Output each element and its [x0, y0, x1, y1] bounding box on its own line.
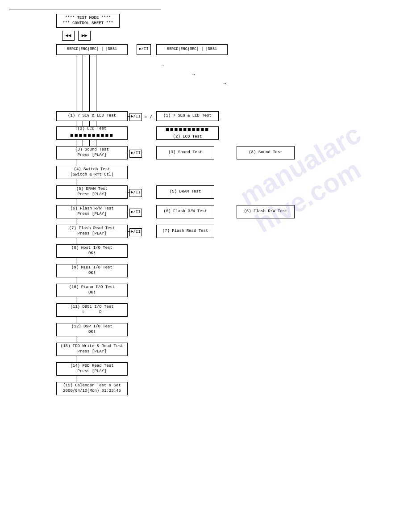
v-conn-3-4	[76, 159, 76, 166]
next-button[interactable]: ►►	[78, 31, 91, 41]
v-conn-12-13	[76, 336, 76, 343]
h-line-3	[128, 153, 130, 153]
v-line-left2	[83, 55, 83, 158]
test13-box: (13) FDD Write & Read Test Press [PLAY]	[56, 343, 128, 356]
v-conn-4-5	[76, 179, 76, 185]
test12-box: (12) DSP I/O Test OK!	[56, 323, 128, 336]
test1-box: (1) 7 SEG & LED Test	[56, 111, 128, 121]
test9-box: (9) MIDI I/O Test OK!	[56, 264, 128, 277]
nav-buttons: ◄◄ ►►	[62, 31, 91, 41]
test5-right-box: (5) DRAM Test	[156, 185, 214, 199]
test8-box: (8) Host I/O Test OK!	[56, 244, 128, 258]
test5-play[interactable]: ►/II	[129, 189, 142, 197]
test15-box: (15) Calendar Test & Set 2000/04/10(Mon)…	[56, 382, 128, 395]
v-conn-8-9	[76, 258, 76, 264]
test2-right-box: ■■■■■■■■■■ (2) LCD Test	[156, 126, 219, 140]
test6-third-box: (6) Flash R/W Test	[237, 205, 295, 218]
test7-right-box: (7) Flash Read Test	[156, 225, 214, 238]
v-conn-9-10	[76, 277, 76, 284]
test3-box: (3) Sound Test Press [PLAY]	[56, 146, 128, 159]
test5-arrow: ►/II	[129, 189, 142, 197]
watermark: manualarchive.com	[234, 118, 381, 239]
test5-box: (5) DRAM Test Press [PLAY]	[56, 185, 128, 199]
h-line-5	[128, 192, 130, 193]
test6-box: (6) Flash R/W Test Press [PLAY]	[56, 205, 128, 218]
prev-button[interactable]: ◄◄	[62, 31, 75, 41]
h-line-7	[128, 231, 130, 232]
test3-arrow: ►/II	[129, 150, 142, 158]
test10-box: (10) Piano I/O Test OK!	[56, 284, 128, 297]
page: **** TEST MODE **** *** CONTROL SHEET **…	[0, 0, 408, 532]
header-line2: *** CONTROL SHEET ***	[59, 21, 117, 26]
test3-third-box: (3) Sound Test	[237, 146, 295, 159]
v-line-left3	[89, 55, 90, 158]
h-line-1	[128, 116, 130, 117]
arrow-3: →	[223, 81, 226, 86]
v-conn-1-2	[76, 121, 76, 130]
h-line-6	[128, 212, 130, 212]
test6-arrow: ►/II	[129, 209, 142, 217]
test6-play[interactable]: ►/II	[129, 209, 142, 217]
diagram-area: **** TEST MODE **** *** CONTROL SHEET **…	[9, 14, 393, 483]
main-display-right: 55RCD|ENG|REC| | |DB51	[156, 44, 228, 55]
header-line1: **** TEST MODE ****	[59, 16, 117, 21]
main-display-left: 55RCD|ENG|REC| | |DB51	[56, 44, 128, 55]
test1-arrow: ►/II ○ /	[129, 113, 154, 121]
test7-box: (7) Flash Read Test Press [PLAY]	[56, 225, 128, 238]
v-conn-13-14	[76, 356, 76, 362]
test6-right-box: (6) Flash R/W Test	[156, 205, 214, 218]
test7-play[interactable]: ►/II	[129, 228, 142, 236]
v-line-left4	[96, 55, 96, 158]
v-conn-2-3	[76, 140, 76, 146]
top-line	[9, 9, 161, 9]
v-conn-5-6	[76, 199, 76, 205]
test3-play[interactable]: ►/II	[129, 150, 142, 158]
arrow-1: →	[161, 63, 164, 68]
test7-arrow: ►/II	[129, 228, 142, 236]
test4-box: (4) Switch Test (Switch & Rmt Ctl)	[56, 166, 128, 179]
v-conn-6-7	[76, 218, 76, 225]
v-conn-10-11	[76, 297, 76, 303]
test11-box: (11) DB51 I/O Test L R	[56, 303, 128, 317]
arrow-2: →	[192, 72, 195, 77]
test3-right-box: (3) Sound Test	[156, 146, 214, 159]
v-conn-14-15	[76, 376, 76, 382]
v-conn-7-8	[76, 238, 76, 244]
test1-right-box: (1) 7 SEG & LED Test	[156, 111, 219, 121]
test14-box: (14) FDD Read Test Press [PLAY]	[56, 362, 128, 376]
play-pause-center[interactable]: ►/II	[137, 44, 151, 55]
header-box: **** TEST MODE **** *** CONTROL SHEET **…	[56, 14, 120, 28]
test1-play[interactable]: ►/II	[129, 113, 142, 121]
v-conn-11-12	[76, 317, 76, 323]
test2-box: (2) LCD Test ■■■■■■■■■■	[56, 126, 128, 140]
